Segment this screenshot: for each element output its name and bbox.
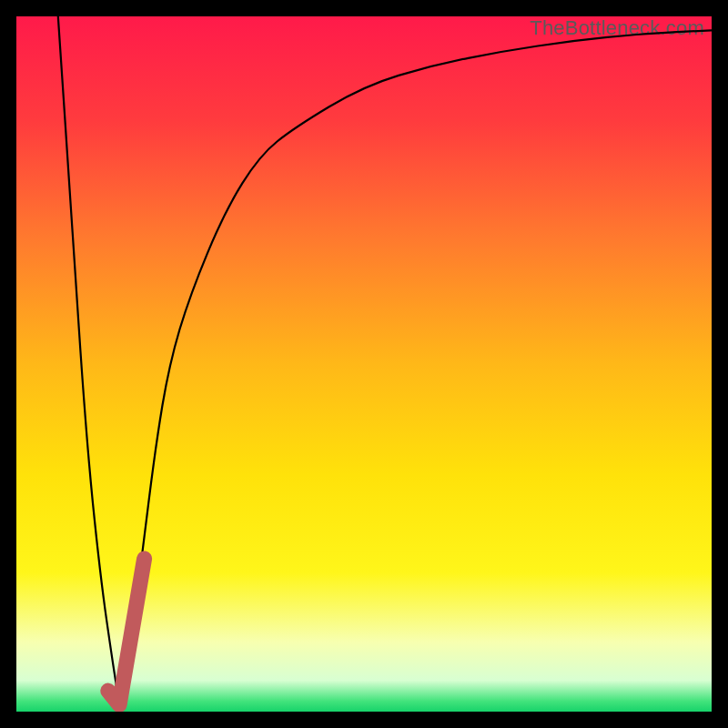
chart-stage: TheBottleneck.com xyxy=(0,0,728,728)
plot-area: TheBottleneck.com xyxy=(16,16,712,712)
hockey-mark xyxy=(108,559,145,705)
curves-layer xyxy=(16,16,712,712)
bottleneck-curve xyxy=(58,16,712,702)
